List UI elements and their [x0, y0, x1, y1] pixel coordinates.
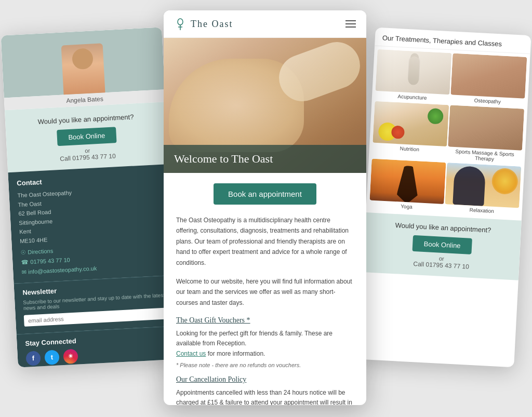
email-icon: ✉ [21, 268, 26, 275]
treatment-relaxation[interactable]: Relaxation [444, 163, 521, 217]
scene: Angela Bates Would you like an appointme… [0, 0, 532, 417]
yoga-image [370, 159, 446, 204]
center-card: The Oast Welcome to The Oast Book an app… [164, 10, 366, 405]
center-hero-overlay: Welcome to The Oast [164, 145, 366, 173]
avatar-area [1, 27, 165, 98]
left-appointment-section: Would you like an appointment? Book Onli… [5, 102, 169, 172]
center-logo-text: The Oast [191, 19, 233, 30]
center-cancellation-text: Appointments cancelled with less than 24… [176, 388, 354, 405]
center-main-paragraph: The Oast Osteopathy is a multidisciplina… [176, 215, 354, 268]
treatment-sports[interactable]: Sports Massage & Sports Therapy [447, 105, 525, 165]
treatment-osteopathy[interactable]: Osteopathy [450, 53, 527, 107]
left-card: Angela Bates Would you like an appointme… [1, 27, 179, 367]
logo-icon [174, 17, 187, 31]
center-logo: The Oast [174, 17, 233, 31]
right-appointment-section: Would you like an appointment? Book Onli… [363, 212, 522, 280]
right-book-online-button[interactable]: Book Online [412, 235, 472, 254]
right-appointment-question: Would you like an appointment? [374, 220, 513, 235]
center-contact-us-link[interactable]: Contact us [176, 350, 206, 357]
directions-icon: ☉ [20, 249, 26, 256]
center-gift-note: * Please note - there are no refunds on … [176, 362, 354, 368]
avatar [61, 43, 105, 95]
center-hero-title: Welcome to The Oast [174, 152, 356, 166]
acupuncture-image [376, 49, 452, 95]
right-treatments-grid: Acupuncture Osteopathy Nutrition Sports … [366, 46, 530, 221]
twitter-icon[interactable]: t [44, 349, 59, 365]
center-content-area: Book an appointment The Oast Osteopathy … [164, 173, 366, 405]
left-contact-address: The Oast OsteopathyThe Oast62 Bell RoadS… [17, 184, 164, 246]
center-cancellation-title: Our Cancellation Policy [176, 375, 354, 384]
center-book-appointment-button[interactable]: Book an appointment [214, 183, 316, 205]
treatment-acupuncture[interactable]: Acupuncture [375, 49, 452, 104]
instagram-icon[interactable]: ☀ [63, 348, 78, 364]
left-email-input[interactable] [24, 307, 169, 327]
phone-icon: ☎ [21, 259, 29, 266]
treatment-yoga[interactable]: Yoga [369, 159, 446, 213]
left-appointment-question: Would you like an appointment? [14, 112, 158, 127]
center-gift-title: The Oast Gift Vouchers * [176, 316, 354, 325]
center-hero-image: Welcome to The Oast [164, 38, 366, 173]
center-gift-text: Looking for the perfect gift for friends… [176, 329, 354, 359]
left-contact-section: Contact The Oast OsteopathyThe Oast62 Be… [8, 164, 175, 283]
center-secondary-paragraph: Welcome to our website, here you will fi… [176, 276, 354, 308]
right-card: Our Treatments, Therapies and Classes Ac… [358, 28, 531, 368]
sports-image [448, 105, 524, 150]
osteopathy-image [450, 53, 527, 98]
hamburger-menu[interactable] [345, 20, 356, 28]
svg-point-0 [178, 19, 183, 25]
center-navbar: The Oast [164, 10, 366, 38]
sports-label: Sports Massage & Sports Therapy [447, 146, 522, 165]
left-social-icons: f t ☀ [25, 344, 170, 366]
treatment-nutrition[interactable]: Nutrition [372, 101, 449, 162]
left-newsletter-section: Newsletter Subscribe to our newsletter a… [14, 275, 177, 334]
nutrition-image [373, 101, 449, 146]
relaxation-image [445, 163, 521, 208]
left-book-online-button[interactable]: Book Online [57, 127, 117, 146]
facebook-icon[interactable]: f [25, 351, 41, 366]
